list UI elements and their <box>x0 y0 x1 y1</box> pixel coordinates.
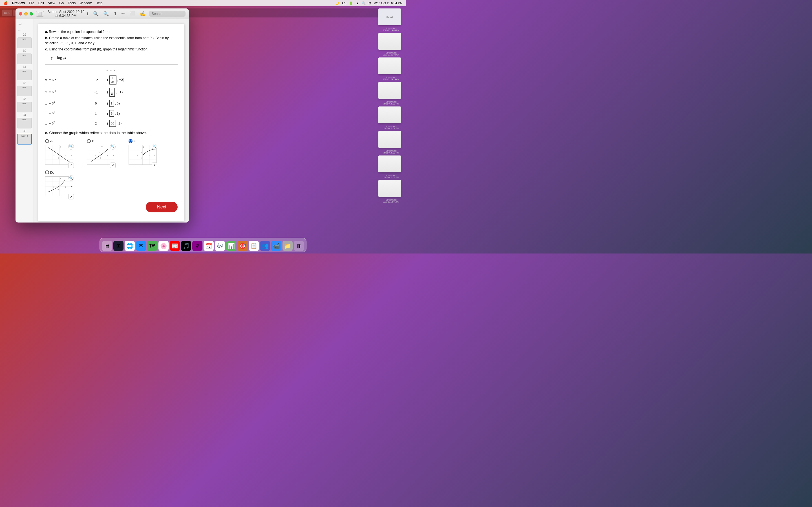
close-button[interactable] <box>19 12 22 15</box>
search-input[interactable] <box>149 11 186 17</box>
graph-C-external[interactable]: ↗ <box>152 163 157 168</box>
radio-C[interactable] <box>129 139 133 143</box>
desktop-thumb-1[interactable]: 2022... <box>2 10 12 16</box>
dock-podcasts[interactable]: 🎙 <box>192 241 202 251</box>
minimize-button[interactable] <box>24 12 28 15</box>
sidebar-thumb-29[interactable]: 2022... <box>17 38 32 48</box>
dock-zoom[interactable]: 📹 <box>271 241 282 251</box>
sidebar-thumb-32[interactable]: 2022... <box>17 86 32 96</box>
control-center-icon[interactable]: ⊞ <box>368 1 371 5</box>
dock-trash[interactable]: 🗑 <box>294 241 304 251</box>
sidebar-thumb-34[interactable]: 2022... <box>17 118 32 128</box>
graph-A-wrapper: 🔍 <box>45 145 79 168</box>
menu-file[interactable]: File <box>29 1 34 5</box>
sidebar-back-button[interactable]: ← <box>15 27 34 33</box>
sidebar-toggle-button[interactable]: ⬜ <box>36 11 44 17</box>
menu-edit[interactable]: Edit <box>38 1 44 5</box>
right-thumb-4[interactable] <box>378 107 401 123</box>
row1-x-boxed: 136 <box>109 75 116 84</box>
sidebar: list ← 29 2022... 30 2022... 31 2022... … <box>15 19 34 223</box>
right-thumb-5[interactable] <box>378 131 401 148</box>
dock-music[interactable]: 🎵 <box>181 241 191 251</box>
dock-finder2[interactable]: 📁 <box>283 241 293 251</box>
row4-x-boxed: 6 <box>109 110 114 117</box>
dock-news[interactable]: 📰 <box>170 241 180 251</box>
sidebar-thumb-30[interactable]: 2022... <box>17 54 32 64</box>
graph-A-zoom-in[interactable]: 🔍 <box>68 144 74 150</box>
zoom-in-button[interactable]: 🔍 <box>102 10 110 17</box>
dock-teams[interactable]: 👥 <box>260 241 270 251</box>
moon-icon: 🌙 <box>335 1 339 5</box>
svg-text:y: y <box>60 177 61 179</box>
radio-B[interactable] <box>87 139 91 143</box>
right-thumb-1[interactable] <box>378 33 401 50</box>
option-A-text: A. <box>50 138 54 144</box>
share-button[interactable]: ⬆ <box>112 10 118 17</box>
page-num-34: 34 <box>15 114 34 117</box>
svg-text:2: 2 <box>141 152 142 153</box>
graph-B-zoom-in[interactable]: 🔍 <box>110 144 116 150</box>
preview-window: ⬜ Screen Shot 2022-10-19 at 6.34.33 PM ℹ… <box>15 8 189 223</box>
sidebar-thumb-33[interactable]: 2022... <box>17 102 32 112</box>
right-thumb-5-label: Screen Shot2022-0...8.39 PM <box>378 150 404 154</box>
menu-view[interactable]: View <box>48 1 55 5</box>
sidebar-thumb-35[interactable]: w1 pt 2 <box>17 134 32 145</box>
crop-button[interactable]: ⬜ <box>129 10 137 17</box>
dock-chrome[interactable]: 🌐 <box>124 241 135 251</box>
graph-C-zoom-in[interactable]: 🔍 <box>152 144 157 150</box>
info-button[interactable]: ℹ <box>86 10 90 17</box>
dock-photos[interactable]: 🌸 <box>158 241 168 251</box>
markup-button[interactable]: ✏ <box>120 10 126 17</box>
sidebar-thumb-31[interactable]: 2022... <box>17 69 32 80</box>
dock-launchpad[interactable]: ⊞ <box>113 241 123 251</box>
dock-calendar[interactable]: 📅 <box>204 241 214 251</box>
next-button[interactable]: Next <box>146 202 177 212</box>
graph-B-external[interactable]: ↗ <box>110 163 116 168</box>
menu-window[interactable]: Window <box>80 1 92 5</box>
menu-help[interactable]: Help <box>96 1 103 5</box>
radio-A[interactable] <box>45 139 49 143</box>
search-menubar-icon[interactable]: 🔍 <box>362 1 366 5</box>
right-thumb-3-label: Screen Shot2022-0...8.30 PM <box>378 101 404 105</box>
annotate-button[interactable]: ✍ <box>139 10 147 17</box>
radio-D[interactable] <box>45 170 49 174</box>
page-num-35: 35 <box>15 129 34 133</box>
right-thumb-7[interactable] <box>378 180 401 197</box>
svg-text:2: 2 <box>99 152 100 153</box>
page-num-33: 33 <box>15 98 34 101</box>
dock-clipboard[interactable]: 📋 <box>249 241 259 251</box>
option-D-label[interactable]: D. <box>45 170 54 175</box>
menubar-right: 🌙 US 🔋 ▲ 🔍 ⊞ Wed Oct 19 6:34 PM <box>335 1 403 5</box>
right-sidebar: Current Screen Shot2022-10...4.45 PM Scr… <box>378 8 404 203</box>
row5-x-boxed: 36 <box>109 120 116 127</box>
page-num-30: 30 <box>15 49 34 52</box>
graph-D-external[interactable]: ↗ <box>68 194 74 200</box>
option-C-label[interactable]: C. <box>129 138 137 144</box>
menu-preview[interactable]: Preview <box>12 1 25 5</box>
option-A-label[interactable]: A. <box>45 138 54 144</box>
dock-keynote[interactable]: 🎯 <box>238 241 248 251</box>
right-thumb-3[interactable] <box>378 82 401 99</box>
svg-text:-2: -2 <box>137 155 138 156</box>
graph-D-zoom-in[interactable]: 🔍 <box>68 175 74 181</box>
row1-y: −2 <box>85 77 107 83</box>
zoom-out-button[interactable]: 🔍 <box>92 10 100 17</box>
right-thumb-2[interactable] <box>378 57 401 74</box>
menu-tools[interactable]: Tools <box>68 1 75 5</box>
dock-finder[interactable]: 🖥 <box>102 241 112 251</box>
maximize-button[interactable] <box>30 12 33 15</box>
menu-go[interactable]: Go <box>59 1 64 5</box>
dock-numbers[interactable]: 📊 <box>226 241 236 251</box>
dock-itunes[interactable]: 🎶 <box>215 241 225 251</box>
battery-icon: 🔋 <box>349 1 353 5</box>
right-thumb-6[interactable] <box>378 156 401 172</box>
row4-pair: ( 6 , 1) <box>107 110 177 117</box>
apple-menu[interactable]: 🍎 <box>3 1 8 5</box>
svg-text:-2: -2 <box>57 157 59 159</box>
next-area: Next <box>45 199 177 214</box>
right-thumb-current[interactable]: Current <box>378 8 401 25</box>
dock-maps[interactable]: 🗺 <box>147 241 157 251</box>
option-B-label[interactable]: B. <box>87 138 95 144</box>
graph-A-external[interactable]: ↗ <box>68 163 74 168</box>
dock-mail[interactable]: ✉ <box>136 241 146 251</box>
